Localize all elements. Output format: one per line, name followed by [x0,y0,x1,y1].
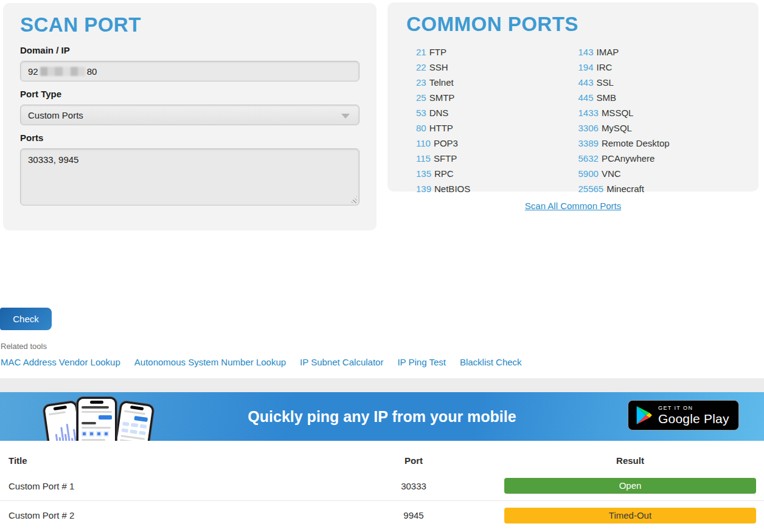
result-status-badge: Open [504,478,756,494]
port-number: 23 [416,77,426,88]
port-service-name: SSL [597,77,614,88]
check-button[interactable]: Check [0,308,52,330]
result-cell: Open [487,478,764,494]
common-port-item[interactable]: 115SFTP [416,151,578,166]
common-port-item[interactable]: 5632PCAnywhere [578,151,741,166]
port-number: 135 [416,168,431,179]
column-header-title: Title [0,455,341,466]
common-port-item[interactable]: 25SMTP [416,90,578,105]
google-play-badge[interactable]: GET IT ON Google Play [628,400,739,430]
port-number: 3306 [578,123,599,133]
port-service-name: FTP [429,47,446,57]
port-service-name: RPC [434,168,454,179]
phone-mockup-right [111,401,155,441]
ports-value: 30333, 9945 [28,154,78,165]
google-play-get-it-on: GET IT ON [658,405,729,412]
port-number: 110 [416,138,431,148]
result-port-cell: 9945 [341,510,487,520]
port-type-label: Port Type [20,89,359,99]
port-number: 3389 [578,138,599,148]
port-service-name: Remote Desktop [602,138,670,148]
common-port-item[interactable]: 3306MySQL [578,120,741,136]
common-port-item[interactable]: 25565Minecraft [578,181,741,196]
domain-ip-value-prefix: 92 [28,66,38,77]
redacted-ip-blur [40,67,85,76]
port-service-name: VNC [602,168,621,179]
ports-textarea[interactable]: 30333, 9945 [20,148,359,206]
port-number: 53 [416,108,426,118]
port-service-name: Telnet [429,77,454,88]
port-service-name: MySQL [602,123,632,133]
port-service-name: HTTP [429,123,453,133]
port-number: 5900 [578,168,599,179]
result-title-cell: Custom Port # 1 [0,481,341,491]
related-tool-link[interactable]: Blacklist Check [460,357,522,368]
scan-all-common-ports-link[interactable]: Scan All Common Ports [387,201,759,211]
related-tool-link[interactable]: Autonomous System Number Lookup [134,357,286,368]
chevron-down-icon [341,114,350,119]
scan-port-panel: SCAN PORT Domain / IP 9280 Port Type Cus… [3,3,377,230]
port-type-selected-value: Custom Ports [28,110,83,120]
related-tool-link[interactable]: IP Ping Test [397,357,446,368]
results-header-row: Title Port Result [0,441,764,471]
port-service-name: SFTP [434,153,457,164]
domain-ip-value-suffix: 80 [87,66,97,77]
related-tool-link[interactable]: MAC Address Vendor Lookup [1,357,120,368]
common-ports-panel: COMMON PORTS 21FTP22SSH23Telnet25SMTP53D… [387,2,759,192]
common-ports-left-column: 21FTP22SSH23Telnet25SMTP53DNS80HTTP110PO… [416,44,578,196]
port-number: 80 [416,123,426,133]
common-port-item[interactable]: 143IMAP [578,44,741,60]
port-number: 1433 [578,108,599,118]
port-number: 115 [416,153,431,164]
related-tool-link[interactable]: IP Subnet Calculator [300,357,383,368]
domain-ip-input[interactable]: 9280 [20,61,359,81]
common-port-item[interactable]: 445SMB [578,90,741,105]
port-service-name: IMAP [597,47,619,57]
scan-port-title: SCAN PORT [20,3,359,38]
domain-ip-label: Domain / IP [20,45,359,55]
port-service-name: PCAnywhere [602,153,655,164]
port-service-name: SSH [429,62,448,72]
common-ports-right-column: 143IMAP194IRC443SSL445SMB1433MSSQL3306My… [578,44,741,196]
port-number: 22 [416,62,426,72]
column-header-port: Port [341,455,487,466]
port-number: 194 [578,62,594,72]
common-port-item[interactable]: 194IRC [578,60,741,75]
port-service-name: SMTP [429,92,455,103]
port-number: 25 [416,92,426,103]
common-port-item[interactable]: 443SSL [578,75,741,90]
promo-banner: Quickly ping any IP from your mobile GET… [0,392,764,441]
result-cell: Timed-Out [487,508,764,523]
port-type-select[interactable]: Custom Ports [20,105,359,125]
port-number: 443 [578,77,594,88]
port-number: 21 [416,47,426,57]
result-status-badge: Timed-Out [504,508,756,523]
resize-handle-icon[interactable] [350,196,357,203]
port-service-name: NetBIOS [434,184,470,194]
common-port-item[interactable]: 21FTP [416,44,578,60]
common-port-item[interactable]: 53DNS [416,105,578,120]
port-number: 445 [578,92,594,103]
google-play-wordmark: Google Play [658,412,729,426]
common-port-item[interactable]: 1433MSSQL [578,105,741,120]
common-port-item[interactable]: 23Telnet [416,75,578,90]
common-port-item[interactable]: 22SSH [416,60,578,75]
section-divider-strip [0,378,764,392]
common-port-item[interactable]: 139NetBIOS [416,181,578,196]
port-number: 139 [416,184,431,194]
common-port-item[interactable]: 5900VNC [578,166,741,181]
column-header-result: Result [487,455,764,466]
ports-label: Ports [20,133,359,143]
common-port-item[interactable]: 80HTTP [416,120,578,136]
result-title-cell: Custom Port # 2 [0,510,341,520]
port-service-name: DNS [429,108,449,118]
common-port-item[interactable]: 135RPC [416,166,578,181]
common-port-item[interactable]: 3389Remote Desktop [578,136,741,151]
table-row: Custom Port # 130333Open [0,471,764,500]
phone-mockup-middle [77,397,117,441]
port-number: 143 [578,47,594,57]
common-port-item[interactable]: 110POP3 [416,136,578,151]
port-service-name: IRC [597,62,613,72]
port-service-name: MSSQL [602,108,634,118]
results-body: Custom Port # 130333OpenCustom Port # 29… [0,471,764,530]
